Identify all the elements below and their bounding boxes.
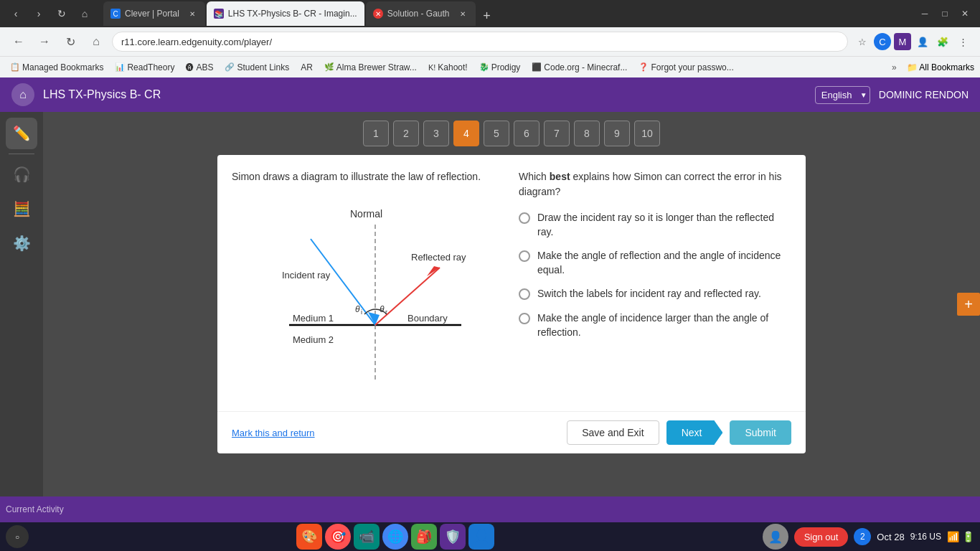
q-num-7[interactable]: 7 [544, 121, 570, 146]
option-d[interactable]: Make the angle of incidence larger than … [519, 311, 791, 339]
taskbar-app-backpack[interactable]: 🎒 [411, 524, 437, 550]
nav-back-btn[interactable]: ← [9, 32, 29, 52]
sidebar-settings-btn[interactable]: ⚙️ [6, 227, 37, 259]
app-home-btn[interactable]: ⌂ [11, 83, 34, 106]
bookmark-label-forgot: Forgot your passwo... [651, 62, 733, 72]
extension-icon2[interactable]: M [894, 33, 911, 50]
extension-icon3[interactable]: 👤 [914, 33, 931, 50]
option-b[interactable]: Make the angle of reflection and the ang… [519, 249, 791, 277]
taskbar-app-meet[interactable]: 📹 [354, 524, 380, 550]
q-num-10[interactable]: 10 [634, 121, 660, 146]
extensions-btn[interactable]: 🧩 [934, 33, 951, 50]
svg-line-2 [311, 239, 375, 325]
browser-forward-btn[interactable]: › [29, 4, 49, 24]
minimize-btn[interactable]: ─ [915, 4, 934, 23]
q-num-9[interactable]: 9 [604, 121, 630, 146]
submit-button[interactable]: Submit [730, 420, 791, 445]
svg-text:Medium 1: Medium 1 [293, 313, 334, 324]
extension-icon1[interactable]: C [874, 33, 891, 50]
mark-this-link[interactable]: Mark this and return [232, 428, 315, 438]
taskbar-app-figma[interactable]: 🎨 [296, 524, 322, 550]
options-list: Draw the incident ray so it is longer th… [519, 211, 791, 339]
taskbar-system-icons: 📶 🔋 [947, 531, 974, 542]
q-num-1[interactable]: 1 [363, 121, 389, 146]
taskbar-app-2[interactable]: 🎯 [325, 524, 351, 550]
tab-edgenuity[interactable]: 📚 LHS TX-Physics B- CR - Imagin... ✕ [207, 1, 364, 26]
expand-btn[interactable]: + [957, 293, 980, 316]
address-bar: ← → ↻ ⌂ ☆ C M 👤 🧩 ⋮ [0, 27, 980, 56]
status-bar: Current Activity [0, 496, 980, 522]
option-radio-c[interactable] [519, 288, 530, 300]
signout-button[interactable]: Sign out [794, 527, 849, 547]
nav-reload-btn[interactable]: ↻ [60, 32, 80, 52]
browser-controls: ‹ › ↻ ⌂ [6, 4, 95, 24]
tab-gauth[interactable]: ✕ Solution - Gauth ✕ [366, 1, 476, 26]
q-num-3[interactable]: 3 [423, 121, 449, 146]
address-input[interactable] [112, 32, 848, 52]
bookmark-forgot[interactable]: ❓ Forgot your passwo... [634, 61, 738, 74]
bookmark-abs[interactable]: 🅐 ABS [182, 61, 217, 74]
bookmark-icon-managed: 📋 [10, 62, 20, 72]
app-title: LHS TX-Physics B- CR [43, 88, 806, 101]
new-tab-button[interactable]: + [477, 6, 497, 26]
bookmark-ar[interactable]: AR [296, 61, 317, 74]
svg-marker-5 [427, 266, 440, 276]
nav-home-btn[interactable]: ⌂ [86, 32, 106, 52]
taskbar-notification-badge[interactable]: 2 [854, 528, 871, 545]
question-right: Which best explains how Simon can correc… [519, 169, 791, 397]
option-c[interactable]: Switch the labels for incident ray and r… [519, 287, 791, 301]
tab-clever[interactable]: C Clever | Portal ✕ [103, 1, 205, 26]
browser-menu-btn[interactable]: ⋮ [954, 33, 971, 50]
taskbar-start-btn[interactable]: ○ [6, 525, 29, 548]
tab-favicon-gauth: ✕ [373, 9, 383, 19]
tab-close-gauth[interactable]: ✕ [457, 8, 468, 19]
browser-back-btn[interactable]: ‹ [6, 4, 26, 24]
svg-text:Normal: Normal [350, 208, 382, 220]
app-header: ⌂ LHS TX-Physics B- CR English Spanish ▼… [0, 77, 980, 112]
sidebar-headphones-btn[interactable]: 🎧 [6, 159, 37, 190]
q-num-4[interactable]: 4 [453, 121, 479, 146]
bookmark-alma[interactable]: 🌿 Alma Brewer Straw... [320, 61, 421, 74]
bookmark-label-ar: AR [301, 62, 313, 72]
bookmark-managed[interactable]: 📋 Managed Bookmarks [6, 61, 108, 74]
sidebar: ✏️ 🎧 🧮 ⚙️ [0, 112, 43, 496]
next-button[interactable]: Next [666, 420, 723, 445]
bookmark-student-links[interactable]: 🔗 Student Links [220, 61, 293, 74]
q-num-2[interactable]: 2 [393, 121, 419, 146]
option-radio-b[interactable] [519, 250, 530, 262]
svg-text:θ: θ [380, 304, 385, 314]
bookmark-icon-alma: 🌿 [324, 62, 334, 72]
option-a[interactable]: Draw the incident ray so it is longer th… [519, 211, 791, 239]
q-num-8[interactable]: 8 [574, 121, 600, 146]
taskbar-app-shield[interactable]: 🛡️ [440, 524, 466, 550]
bookmark-icon-links: 🔗 [225, 62, 235, 72]
taskbar-app-chrome[interactable]: 🌐 [382, 524, 408, 550]
browser-reload-btn[interactable]: ↻ [52, 4, 72, 24]
bookmark-icon-code: ⬛ [532, 62, 542, 72]
question-right-intro: Which best explains how Simon can correc… [519, 169, 791, 199]
bookmark-code[interactable]: ⬛ Code.org - Minecraf... [527, 61, 631, 74]
nav-forward-btn[interactable]: → [34, 32, 55, 52]
svg-text:Reflected ray: Reflected ray [411, 252, 466, 263]
bookmark-prodigy[interactable]: 🐉 Prodigy [475, 61, 525, 74]
option-radio-a[interactable] [519, 212, 530, 224]
svg-text:θ: θ [355, 304, 360, 314]
tab-close-clever[interactable]: ✕ [187, 8, 198, 19]
bookmark-star-icon[interactable]: ☆ [854, 33, 871, 50]
save-exit-button[interactable]: Save and Exit [567, 420, 659, 445]
language-select[interactable]: English Spanish [815, 86, 870, 104]
bookmark-kahoot[interactable]: K! Kahoot! [424, 61, 472, 74]
q-num-6[interactable]: 6 [514, 121, 540, 146]
close-btn[interactable]: ✕ [956, 4, 974, 23]
sidebar-pencil-btn[interactable]: ✏️ [6, 118, 37, 149]
bookmarks-more-btn[interactable]: » [887, 61, 901, 74]
reflection-diagram: Normal Incident ray Reflected ray Medium… [232, 196, 504, 397]
q-num-5[interactable]: 5 [484, 121, 509, 146]
all-bookmarks-btn[interactable]: 📁 All Bookmarks [907, 62, 974, 72]
option-radio-d[interactable] [519, 313, 530, 324]
maximize-btn[interactable]: □ [936, 4, 954, 23]
sidebar-calculator-btn[interactable]: 🧮 [6, 193, 37, 225]
bookmark-readtheory[interactable]: 📊 ReadTheory [110, 61, 179, 74]
taskbar-app-user[interactable]: 👤 [468, 524, 494, 550]
browser-home-btn[interactable]: ⌂ [75, 4, 95, 24]
